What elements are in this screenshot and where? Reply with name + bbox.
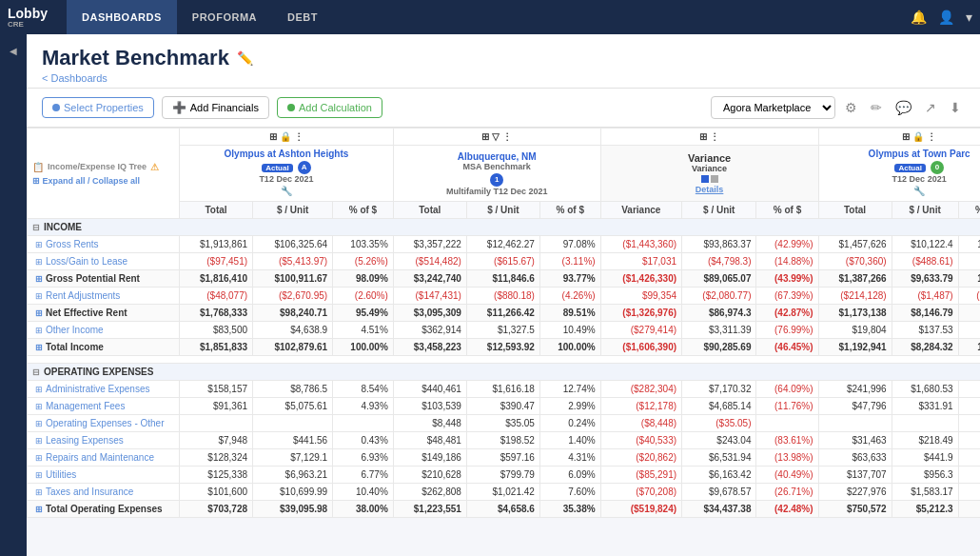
var1-sub: Variance [606,164,813,173]
nav-dashboards[interactable]: DASHBOARDS [67,0,177,34]
top-nav: Lobby CRE DASHBOARDS PROFORMA DEBT 🔔 👤 ▾ [0,0,980,34]
table-row: ⊞Taxes and Insurance$101,600$10,699.9910… [28,484,981,501]
prop3-name-header: Olympus at Town Parc Actual 0 T12 Dec 20… [818,146,980,202]
expand-row-icon[interactable]: ⊞ [35,505,43,514]
v1-var-header: Variance [600,202,681,219]
comment-icon[interactable]: 💬 [892,98,915,117]
prop2-name: Albuquerque, NM [399,151,596,162]
add-financials-label: Add Financials [190,102,259,113]
nav-proforma[interactable]: PROFORMA [177,0,272,34]
prop2-col-icons: ⊞ ▽ ⋮ [399,131,596,142]
grid4-icon: ⊞ [902,131,910,142]
prop1-name-header: Olympus at Ashton Heights Actual A T12 D… [180,146,394,202]
table-row: ⊞Operating Expenses - Other$8,448$35.050… [28,415,981,432]
table-row: ⊞Gross Rents$1,913,861$106,325.64103.35%… [28,236,981,253]
expand-row-icon[interactable]: ⊞ [35,402,43,411]
select-properties-label: Select Properties [64,102,144,113]
select-properties-button[interactable]: Select Properties [42,97,154,118]
page-title: Market Benchmark [42,46,229,70]
chevron-down-icon[interactable]: ▾ [966,10,972,25]
row-label-text: Total Income [46,342,104,352]
v1-unit-header: $ / Unit [682,202,756,219]
prop3-group-header: ⊞ 🔒 ⋮ [818,129,980,146]
edit-pencil-icon[interactable]: ✏ [867,98,886,117]
table-row: ⊞Net Effective Rent$1,768,333$98,240.719… [28,305,981,322]
tree-icon: 📋 [32,162,44,172]
grid2-icon: ⊞ [481,131,489,142]
benchmark-table: 📋 Income/Expense IQ Tree ⚠ ⊞ Expand all … [27,128,980,518]
expand-row-icon[interactable]: ⊞ [35,385,43,394]
add-calculation-label: Add Calculation [299,102,372,113]
prop3-col-icons: ⊞ 🔒 ⋮ [824,131,980,142]
expand-row-icon[interactable]: ⊞ [35,453,43,463]
expand-row-icon[interactable]: ⊞ [35,257,43,267]
income-expense-tree-header: 📋 Income/Expense IQ Tree ⚠ ⊞ Expand all … [28,129,180,219]
var1-name-header: Variance Variance Details [600,146,818,202]
expand-row-icon[interactable]: ⊞ [35,291,43,301]
filter-icon[interactable]: ▽ [492,131,500,142]
table-row: ⊞Utilities$125,338$6,963.216.77%$210,628… [28,467,981,484]
p3-total-header: Total [818,202,892,219]
logo-text: Lobby CRE [8,6,48,29]
p1-total-header: Total [180,202,253,219]
more3-icon[interactable]: ⋮ [710,131,719,142]
grid-icon: ⊞ [269,131,277,142]
row-label-text: Loss/Gain to Lease [46,256,127,267]
prop1-tools: 🔧 [185,186,388,196]
row-label-text: Total Operating Expenses [46,504,163,514]
table-row: ⊞Management Fees$91,361$5,075.614.93%$10… [28,398,981,415]
prop1-col-icons: ⊞ 🔒 ⋮ [185,131,388,142]
expand-row-icon[interactable]: ⊞ [35,487,43,497]
row-label-text: Management Fees [46,401,125,411]
edit-icon[interactable]: ✏️ [237,50,253,66]
nav-debt[interactable]: DEBT [272,0,333,34]
more4-icon[interactable]: ⋮ [927,131,936,142]
expand-row-icon[interactable]: ⊞ [35,343,43,352]
prop1-period: T12 Dec 2021 [185,174,388,184]
var1-details-link[interactable]: Details [606,185,813,194]
prop2-badge: 1 [490,173,503,187]
prop3-tool1: 🔧 [913,186,925,196]
user-icon[interactable]: 👤 [938,10,954,25]
share-icon[interactable]: ↗ [921,98,940,117]
expand-collapse[interactable]: ⊞ Expand all / Collapse all [32,176,174,186]
expand-row-icon[interactable]: ⊞ [35,308,43,318]
expand-row-icon[interactable]: ⊞ [35,274,43,284]
row-label-text: Rent Adjustments [46,290,120,301]
marketplace-dropdown[interactable]: Agora Marketplace [711,96,835,119]
expand-row-icon[interactable]: ⊞ [35,240,43,249]
more-icon[interactable]: ⋮ [294,131,304,142]
lock2-icon: 🔒 [912,131,924,142]
add-calculation-button[interactable]: Add Calculation [277,97,382,118]
section-header-row: ⊟OPERATING EXPENSES [28,364,981,381]
breadcrumb[interactable]: Dashboards [42,72,965,84]
prop1-name: Olympus at Ashton Heights [185,149,388,159]
table-row: ⊞Gross Potential Rent$1,816,410$100,911.… [28,270,981,288]
notification-icon[interactable]: 🔔 [911,10,927,25]
prop3-period: T12 Dec 2021 [824,174,980,184]
table-row: ⊞Administrative Expenses$158,157$8,786.5… [28,381,981,398]
expand-row-icon[interactable]: ⊞ [35,470,43,480]
prop1-group-header: ⊞ 🔒 ⋮ [180,129,394,146]
prop1-badge: A [298,161,311,174]
add-financials-button[interactable]: ➕ Add Financials [162,96,269,119]
p2-total-header: Total [393,202,466,219]
section-header-row: ⊟INCOME [28,219,981,236]
more2-icon[interactable]: ⋮ [502,131,512,142]
prop3-badge: 0 [931,161,944,174]
prop2-group-header: ⊞ ▽ ⋮ [393,129,600,146]
main-content: Market Benchmark ✏️ Dashboards Select Pr… [27,34,980,556]
row-label-text: Taxes and Insurance [46,486,133,497]
page-header: Market Benchmark ✏️ Dashboards [27,34,980,89]
sidebar-toggle[interactable]: ◀ [6,42,21,60]
expand-row-icon[interactable]: ⊞ [35,436,43,446]
expand-row-icon[interactable]: ⊞ [35,419,43,428]
settings-icon[interactable]: ⚙ [841,98,861,117]
table-row: ⊞Total Income$1,851,833$102,879.61100.00… [28,339,981,356]
table-container: 📋 Income/Expense IQ Tree ⚠ ⊞ Expand all … [27,128,980,556]
expand-row-icon[interactable]: ⊞ [35,326,43,335]
row-label-text: Repairs and Maintenance [46,452,154,463]
p3-unit-header: $ / Unit [892,202,958,219]
download-icon[interactable]: ⬇ [946,98,965,117]
var1-squares [606,175,813,183]
